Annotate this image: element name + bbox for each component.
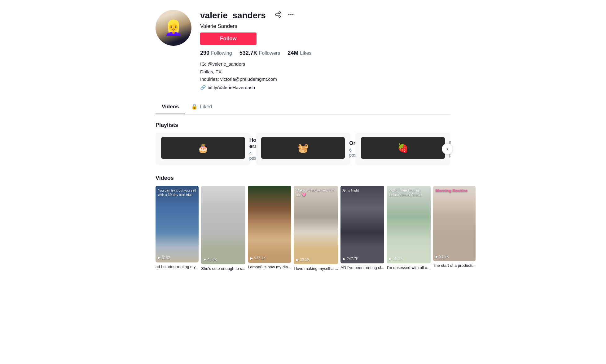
link-icon: 🔗 <box>200 84 206 91</box>
stats: 290 Following 532.7K Followers 24M Likes <box>200 50 450 56</box>
video-overlay-text-5: Girls Night <box>343 188 382 193</box>
username: valerie_sanders <box>200 11 266 20</box>
video-card-3[interactable]: ▶ 937.1K Lemon8 is now my dia... <box>248 186 291 271</box>
play-icon-6: ▶ <box>389 257 392 261</box>
video-card-5[interactable]: Girls Night ▶ 247.7K AD I've been rentin… <box>340 186 384 271</box>
followers-label: Followers <box>259 50 280 56</box>
bio-link[interactable]: 🔗 bit.ly/ValerieHaverdash <box>200 84 450 91</box>
display-name: Valerie Sanders <box>200 23 450 29</box>
playlist-organization[interactable]: 🧺 Organization 6 posts <box>256 133 351 165</box>
video-views-4: 33.5K <box>300 258 310 262</box>
svg-point-7 <box>292 14 293 15</box>
video-caption-7: The start of a producti... <box>433 263 476 268</box>
likes-label: Likes <box>300 50 311 56</box>
video-overlay-text-7: Morning Routine <box>436 188 473 193</box>
playlists-section: Playlists 🎂 Hosting era 4 posts 🧺 Organi… <box>156 122 450 165</box>
video-caption-2: She's cute enough to s... <box>201 266 245 271</box>
following-label: Following <box>211 50 232 56</box>
followers-count: 532.7K <box>239 50 257 56</box>
video-views-3: 937.1K <box>254 256 266 260</box>
videos-title: Videos <box>156 175 450 181</box>
bio-ig: IG: @valerie_sanders <box>200 61 450 68</box>
svg-line-3 <box>277 15 279 16</box>
play-icon-1: ▶ <box>158 256 160 260</box>
play-icon-4: ▶ <box>296 258 299 262</box>
play-icon-5: ▶ <box>343 257 345 261</box>
playlist-hosting[interactable]: 🎂 Hosting era 4 posts <box>156 133 251 165</box>
tab-liked[interactable]: 🔒 Liked <box>185 100 218 114</box>
video-thumb-6: outfits I need to wear before summer's o… <box>387 186 430 263</box>
playlist-thumb-org: 🧺 <box>261 137 345 159</box>
video-caption-4: I love making myself a ... <box>294 266 338 271</box>
play-icon-3: ▶ <box>250 256 253 260</box>
video-thumb-1: You can try it out yourself with a 30-da… <box>156 186 199 262</box>
videos-grid: You can try it out yourself with a 30-da… <box>156 186 450 271</box>
playlists-next-button[interactable]: › <box>442 143 453 154</box>
playlists-list: 🎂 Hosting era 4 posts 🧺 Organization 6 p… <box>156 133 450 165</box>
video-views-6: 55.3K <box>393 257 402 261</box>
video-thumb-5: Girls Night ▶ 247.7K <box>340 186 384 263</box>
video-card-7[interactable]: Morning Routine ▶ 81.9K The start of a p… <box>433 186 476 271</box>
more-button[interactable] <box>286 10 296 21</box>
video-overlay-text-6: outfits I need to wear before summer's o… <box>389 188 428 197</box>
video-overlay-text-4: Make a Sunday treat with me 🩷 <box>296 188 336 197</box>
video-caption-3: Lemon8 is now my dia... <box>248 265 291 269</box>
svg-point-6 <box>290 14 292 15</box>
lock-icon: 🔒 <box>191 103 198 110</box>
playlist-thumb-drinks: 🍓 <box>361 137 445 159</box>
video-views-5: 247.7K <box>347 257 358 261</box>
video-card-1[interactable]: You can try it out yourself with a 30-da… <box>156 186 199 271</box>
share-button[interactable] <box>273 10 283 21</box>
profile-info: valerie_sanders Valerie Sanders Follow 2… <box>200 10 450 91</box>
svg-line-4 <box>277 13 279 14</box>
video-thumb-3: ▶ 937.1K <box>248 186 291 263</box>
follow-button[interactable]: Follow <box>200 32 257 45</box>
tab-videos[interactable]: Videos <box>156 100 185 114</box>
following-count: 290 <box>200 50 209 56</box>
playlist-thumb-hosting: 🎂 <box>161 137 245 159</box>
tabs: Videos 🔒 Liked <box>156 100 450 115</box>
video-views-7: 81.9K <box>439 254 449 259</box>
link-text: bit.ly/ValerieHaverdash <box>208 84 255 91</box>
likes-count: 24M <box>288 50 298 56</box>
video-caption-6: I'm obsessed with all o... <box>387 265 430 270</box>
bio-inquiries: Inquiries: victoria@preludemgmt.com <box>200 76 450 83</box>
playlists-title: Playlists <box>156 122 450 128</box>
svg-point-5 <box>288 14 289 15</box>
avatar: 👱‍♀️ <box>156 10 191 46</box>
video-overlay-text-1: You can try it out yourself with a 30-da… <box>158 188 196 197</box>
video-thumb-2: ▶ 45.9K <box>201 186 245 264</box>
video-card-2[interactable]: ▶ 45.9K She's cute enough to s... <box>201 186 245 271</box>
video-caption-5: AD I've been renting cl... <box>340 265 384 270</box>
videos-section: Videos You can try it out yourself with … <box>156 175 450 271</box>
video-views-1: 6182 <box>162 256 170 260</box>
video-caption-1: ad I started renting my... <box>156 264 199 269</box>
play-icon-7: ▶ <box>436 255 438 259</box>
playlist-drinks[interactable]: 🍓 Drinks 6 posts <box>355 133 450 165</box>
play-icon-2: ▶ <box>204 258 206 262</box>
bio: IG: @valerie_sanders Dallas, TX Inquirie… <box>200 61 450 91</box>
video-card-6[interactable]: outfits I need to wear before summer's o… <box>387 186 430 271</box>
video-thumb-7: Morning Routine ▶ 81.9K <box>433 186 476 261</box>
video-thumb-4: Make a Sunday treat with me 🩷 ▶ 33.5K <box>294 186 338 264</box>
video-card-4[interactable]: Make a Sunday treat with me 🩷 ▶ 33.5K I … <box>294 186 338 271</box>
bio-location: Dallas, TX <box>200 68 450 76</box>
video-views-2: 45.9K <box>207 258 217 262</box>
